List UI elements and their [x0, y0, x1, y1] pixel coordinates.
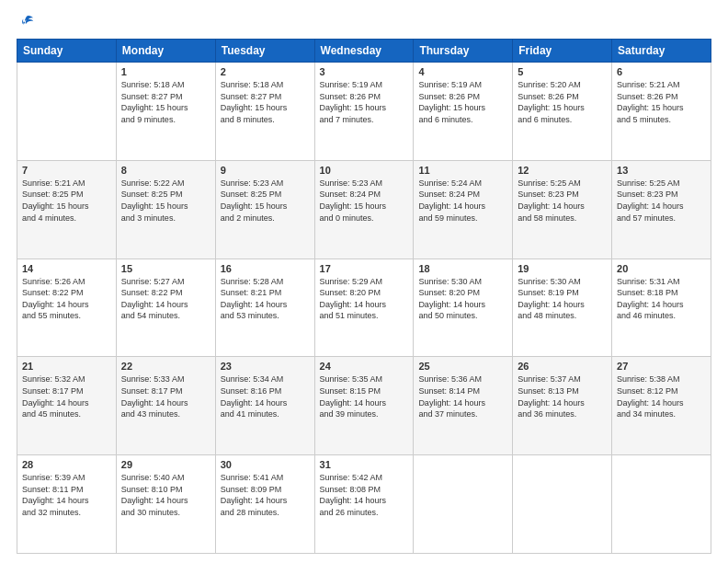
calendar-cell: 31Sunrise: 5:42 AM Sunset: 8:08 PM Dayli…	[314, 455, 414, 554]
day-number: 15	[121, 263, 210, 274]
day-info: Sunrise: 5:21 AM Sunset: 8:25 PM Dayligh…	[22, 178, 111, 224]
day-info: Sunrise: 5:22 AM Sunset: 8:25 PM Dayligh…	[121, 178, 210, 224]
calendar-cell: 24Sunrise: 5:35 AM Sunset: 8:15 PM Dayli…	[314, 357, 414, 455]
day-info: Sunrise: 5:24 AM Sunset: 8:24 PM Dayligh…	[418, 178, 507, 224]
logo-bird-icon	[18, 15, 35, 31]
calendar-cell: 29Sunrise: 5:40 AM Sunset: 8:10 PM Dayli…	[116, 455, 215, 554]
day-info: Sunrise: 5:41 AM Sunset: 8:09 PM Dayligh…	[221, 472, 310, 518]
day-info: Sunrise: 5:30 AM Sunset: 8:20 PM Dayligh…	[418, 276, 507, 322]
day-number: 13	[617, 165, 706, 176]
calendar-cell: 21Sunrise: 5:32 AM Sunset: 8:17 PM Dayli…	[17, 357, 117, 455]
calendar-cell: 14Sunrise: 5:26 AM Sunset: 8:22 PM Dayli…	[17, 259, 117, 357]
header	[17, 15, 711, 31]
day-info: Sunrise: 5:30 AM Sunset: 8:19 PM Dayligh…	[518, 276, 607, 322]
day-number: 1	[121, 66, 210, 77]
calendar-cell: 30Sunrise: 5:41 AM Sunset: 8:09 PM Dayli…	[215, 455, 314, 554]
day-number: 22	[121, 361, 210, 372]
day-info: Sunrise: 5:25 AM Sunset: 8:23 PM Dayligh…	[518, 178, 607, 224]
day-number: 29	[121, 459, 210, 470]
calendar-week-row-1: 1Sunrise: 5:18 AM Sunset: 8:27 PM Daylig…	[17, 63, 711, 161]
calendar-cell: 1Sunrise: 5:18 AM Sunset: 8:27 PM Daylig…	[116, 63, 215, 161]
calendar-cell: 16Sunrise: 5:28 AM Sunset: 8:21 PM Dayli…	[215, 259, 314, 357]
day-info: Sunrise: 5:23 AM Sunset: 8:24 PM Dayligh…	[320, 178, 409, 224]
calendar-week-row-2: 7Sunrise: 5:21 AM Sunset: 8:25 PM Daylig…	[17, 160, 711, 259]
calendar-cell: 4Sunrise: 5:19 AM Sunset: 8:26 PM Daylig…	[414, 63, 513, 161]
day-number: 26	[518, 361, 607, 372]
calendar-cell: 9Sunrise: 5:23 AM Sunset: 8:25 PM Daylig…	[215, 160, 314, 259]
calendar-cell: 7Sunrise: 5:21 AM Sunset: 8:25 PM Daylig…	[17, 160, 117, 259]
day-info: Sunrise: 5:21 AM Sunset: 8:26 PM Dayligh…	[617, 79, 706, 125]
weekday-header-sunday: Sunday	[17, 40, 117, 63]
calendar-cell: 23Sunrise: 5:34 AM Sunset: 8:16 PM Dayli…	[215, 357, 314, 455]
day-info: Sunrise: 5:20 AM Sunset: 8:26 PM Dayligh…	[518, 79, 607, 125]
day-number: 7	[22, 165, 111, 176]
day-number: 11	[418, 165, 507, 176]
calendar-cell: 3Sunrise: 5:19 AM Sunset: 8:26 PM Daylig…	[314, 63, 414, 161]
day-number: 5	[518, 66, 607, 77]
day-number: 9	[221, 165, 310, 176]
calendar-week-row-5: 28Sunrise: 5:39 AM Sunset: 8:11 PM Dayli…	[17, 455, 711, 554]
calendar-cell: 5Sunrise: 5:20 AM Sunset: 8:26 PM Daylig…	[513, 63, 612, 161]
calendar-cell: 22Sunrise: 5:33 AM Sunset: 8:17 PM Dayli…	[116, 357, 215, 455]
day-info: Sunrise: 5:40 AM Sunset: 8:10 PM Dayligh…	[121, 472, 210, 518]
day-number: 4	[418, 66, 507, 77]
calendar-cell: 17Sunrise: 5:29 AM Sunset: 8:20 PM Dayli…	[314, 259, 414, 357]
day-info: Sunrise: 5:18 AM Sunset: 8:27 PM Dayligh…	[121, 79, 210, 125]
day-info: Sunrise: 5:33 AM Sunset: 8:17 PM Dayligh…	[121, 373, 210, 419]
day-number: 30	[221, 459, 310, 470]
calendar-cell: 12Sunrise: 5:25 AM Sunset: 8:23 PM Dayli…	[513, 160, 612, 259]
day-number: 23	[221, 361, 310, 372]
weekday-header-saturday: Saturday	[612, 40, 711, 63]
day-number: 27	[617, 361, 706, 372]
day-info: Sunrise: 5:23 AM Sunset: 8:25 PM Dayligh…	[221, 178, 310, 224]
day-info: Sunrise: 5:28 AM Sunset: 8:21 PM Dayligh…	[221, 276, 310, 322]
calendar-cell: 6Sunrise: 5:21 AM Sunset: 8:26 PM Daylig…	[612, 63, 711, 161]
day-number: 21	[22, 361, 111, 372]
calendar-week-row-3: 14Sunrise: 5:26 AM Sunset: 8:22 PM Dayli…	[17, 259, 711, 357]
calendar-cell: 26Sunrise: 5:37 AM Sunset: 8:13 PM Dayli…	[513, 357, 612, 455]
weekday-header-friday: Friday	[513, 40, 612, 63]
calendar-cell: 20Sunrise: 5:31 AM Sunset: 8:18 PM Dayli…	[612, 259, 711, 357]
calendar-table: SundayMondayTuesdayWednesdayThursdayFrid…	[17, 39, 711, 554]
day-number: 10	[320, 165, 409, 176]
weekday-header-tuesday: Tuesday	[215, 40, 314, 63]
day-number: 3	[320, 66, 409, 77]
day-info: Sunrise: 5:35 AM Sunset: 8:15 PM Dayligh…	[320, 373, 409, 419]
day-number: 8	[121, 165, 210, 176]
day-number: 19	[518, 263, 607, 274]
day-info: Sunrise: 5:32 AM Sunset: 8:17 PM Dayligh…	[22, 373, 111, 419]
calendar-cell	[612, 455, 711, 554]
calendar-cell	[414, 455, 513, 554]
calendar-cell	[513, 455, 612, 554]
day-info: Sunrise: 5:36 AM Sunset: 8:14 PM Dayligh…	[418, 373, 507, 419]
day-info: Sunrise: 5:31 AM Sunset: 8:18 PM Dayligh…	[617, 276, 706, 322]
day-number: 17	[320, 263, 409, 274]
weekday-header-monday: Monday	[116, 40, 215, 63]
day-number: 24	[320, 361, 409, 372]
weekday-header-wednesday: Wednesday	[314, 40, 414, 63]
day-number: 31	[320, 459, 409, 470]
calendar-cell: 25Sunrise: 5:36 AM Sunset: 8:14 PM Dayli…	[414, 357, 513, 455]
day-number: 16	[221, 263, 310, 274]
calendar-cell: 15Sunrise: 5:27 AM Sunset: 8:22 PM Dayli…	[116, 259, 215, 357]
weekday-header-thursday: Thursday	[414, 40, 513, 63]
calendar-cell: 27Sunrise: 5:38 AM Sunset: 8:12 PM Dayli…	[612, 357, 711, 455]
weekday-header-row: SundayMondayTuesdayWednesdayThursdayFrid…	[17, 40, 711, 63]
day-info: Sunrise: 5:18 AM Sunset: 8:27 PM Dayligh…	[221, 79, 310, 125]
day-info: Sunrise: 5:38 AM Sunset: 8:12 PM Dayligh…	[617, 373, 706, 419]
day-number: 14	[22, 263, 111, 274]
calendar-cell: 11Sunrise: 5:24 AM Sunset: 8:24 PM Dayli…	[414, 160, 513, 259]
day-number: 6	[617, 66, 706, 77]
day-info: Sunrise: 5:39 AM Sunset: 8:11 PM Dayligh…	[22, 472, 111, 518]
page: SundayMondayTuesdayWednesdayThursdayFrid…	[0, 0, 728, 563]
calendar-cell	[17, 63, 117, 161]
day-info: Sunrise: 5:25 AM Sunset: 8:23 PM Dayligh…	[617, 178, 706, 224]
day-info: Sunrise: 5:42 AM Sunset: 8:08 PM Dayligh…	[320, 472, 409, 518]
calendar-cell: 2Sunrise: 5:18 AM Sunset: 8:27 PM Daylig…	[215, 63, 314, 161]
day-info: Sunrise: 5:26 AM Sunset: 8:22 PM Dayligh…	[22, 276, 111, 322]
day-info: Sunrise: 5:19 AM Sunset: 8:26 PM Dayligh…	[418, 79, 507, 125]
calendar-week-row-4: 21Sunrise: 5:32 AM Sunset: 8:17 PM Dayli…	[17, 357, 711, 455]
day-number: 2	[221, 66, 310, 77]
logo	[17, 15, 35, 31]
calendar-cell: 8Sunrise: 5:22 AM Sunset: 8:25 PM Daylig…	[116, 160, 215, 259]
